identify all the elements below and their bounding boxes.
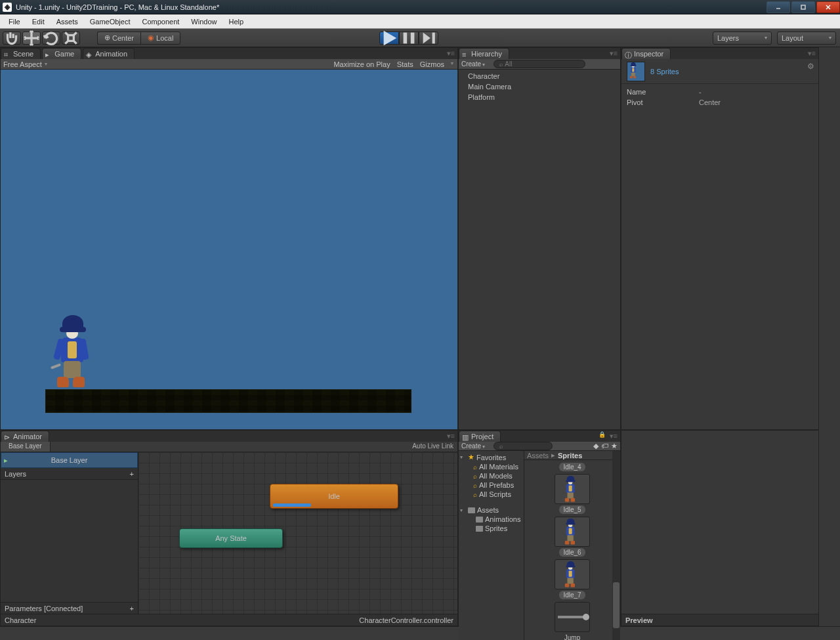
hierarchy-create-dropdown[interactable]: Create [461, 60, 485, 68]
asset-item[interactable]: Idle_7 [555, 559, 590, 599]
maximize-button[interactable] [791, 1, 815, 13]
pivot-local-toggle[interactable]: ◉Local [140, 32, 180, 45]
animator-footer-controller: CharacterController.controller [359, 616, 453, 624]
tree-item[interactable]: ⌕All Materials [459, 462, 524, 471]
layers-dropdown[interactable]: Layers [713, 32, 772, 45]
svg-rect-7 [432, 32, 435, 43]
menu-help[interactable]: Help [222, 16, 249, 28]
folder-icon [468, 507, 475, 513]
animator-graph[interactable]: Idle Any State [138, 452, 457, 614]
add-layer-button[interactable]: + [130, 470, 134, 478]
filter-label-icon[interactable]: 🏷 [601, 442, 608, 450]
svg-rect-6 [411, 32, 415, 43]
tree-item[interactable]: Sprites [459, 524, 524, 533]
asset-item[interactable]: Idle_5 [555, 474, 590, 514]
scene-icon: ⌗ [4, 51, 10, 57]
minimize-button[interactable] [766, 1, 790, 13]
hierarchy-item[interactable]: Platform [459, 92, 620, 102]
tree-assets[interactable]: ▾Assets [459, 505, 524, 515]
save-search-icon[interactable]: ★ [611, 442, 618, 450]
hierarchy-list[interactable]: Character Main Camera Platform [459, 70, 620, 429]
add-parameter-button[interactable]: + [130, 605, 134, 612]
aspect-dropdown[interactable]: Free Aspect [3, 60, 42, 68]
animation-icon: ◈ [86, 51, 93, 57]
panel-menu-icon[interactable]: ▾≡ [610, 432, 618, 440]
asset-item[interactable]: Jump [555, 602, 590, 640]
hierarchy-item[interactable]: Character [459, 71, 620, 81]
breadcrumb-item[interactable]: Sprites [558, 452, 582, 459]
preview-label: Preview [625, 616, 653, 624]
state-node-idle[interactable]: Idle [270, 484, 398, 509]
scale-tool-button[interactable] [62, 32, 80, 45]
tab-inspector[interactable]: ⓘInspector [621, 48, 671, 59]
search-icon: ⌕ [473, 473, 477, 480]
hand-tool-button[interactable] [3, 32, 21, 45]
play-button[interactable] [379, 32, 399, 45]
filter-type-icon[interactable]: ◆ [593, 442, 598, 450]
menu-assets[interactable]: Assets [51, 16, 84, 28]
maximize-on-play-toggle[interactable]: Maximize on Play [333, 60, 390, 68]
panel-menu-icon[interactable]: ▾≡ [610, 49, 618, 58]
menu-component[interactable]: Component [136, 16, 185, 28]
panel-menu-icon[interactable]: ▾≡ [447, 432, 455, 440]
hierarchy-search-input[interactable] [494, 60, 585, 68]
tree-item[interactable]: ⌕All Prefabs [459, 480, 524, 490]
menu-edit[interactable]: Edit [26, 16, 51, 28]
animator-layer-tab[interactable]: Base Layer [1, 442, 51, 452]
hierarchy-item[interactable]: Main Camera [459, 81, 620, 92]
gear-icon[interactable]: ⚙ [807, 62, 814, 71]
project-asset-grid[interactable]: Idle_4 Idle_5 Idle_6 Idle_7 Jump Platfor… [524, 460, 620, 640]
menu-gameobject[interactable]: GameObject [84, 16, 136, 28]
layer-entry[interactable]: ▸Base Layer [1, 452, 138, 468]
project-tree[interactable]: ▾★Favorites ⌕All Materials ⌕All Models ⌕… [459, 451, 524, 640]
rotate-tool-button[interactable] [42, 32, 60, 45]
menu-window[interactable]: Window [185, 16, 222, 28]
project-create-dropdown[interactable]: Create [461, 442, 485, 450]
auto-live-link-toggle[interactable]: Auto Live Link [408, 442, 457, 452]
tree-favorites[interactable]: ▾★Favorites [459, 452, 524, 462]
tree-item[interactable]: Animations [459, 515, 524, 524]
search-icon: ⌕ [499, 61, 503, 68]
selection-title: 8 Sprites [650, 68, 679, 75]
preview-panel: Preview [621, 430, 819, 626]
project-icon: ▥ [462, 433, 469, 440]
move-tool-button[interactable] [22, 32, 41, 45]
center-icon: ⊕ [104, 33, 110, 42]
search-icon: ⌕ [499, 443, 503, 450]
tab-animator[interactable]: ⊳Animator [1, 431, 49, 442]
state-progress-bar [273, 503, 311, 507]
lock-icon[interactable]: 🔒 [598, 431, 606, 438]
selection-thumbnail [627, 62, 645, 81]
hierarchy-icon: ≡ [462, 51, 469, 57]
asset-item[interactable]: Idle_4 [559, 463, 585, 471]
scrollbar[interactable] [612, 451, 620, 640]
breadcrumb-item[interactable]: Assets [527, 452, 549, 459]
menu-file[interactable]: File [3, 16, 26, 28]
game-icon: ▸ [45, 51, 52, 57]
tab-game[interactable]: ▸Game [42, 48, 81, 59]
game-viewport[interactable] [1, 70, 457, 429]
layout-dropdown[interactable]: Layout [777, 32, 836, 45]
svg-rect-5 [404, 32, 408, 43]
pivot-center-toggle[interactable]: ⊕Center [97, 32, 140, 45]
panel-menu-icon[interactable]: ▾≡ [808, 49, 816, 58]
tab-hierarchy[interactable]: ≡Hierarchy [459, 48, 509, 59]
tree-item[interactable]: ⌕All Scripts [459, 490, 524, 499]
state-node-any[interactable]: Any State [179, 528, 283, 548]
asset-item[interactable]: Idle_6 [555, 517, 590, 557]
stats-toggle[interactable]: Stats [397, 60, 413, 68]
pause-button[interactable] [399, 32, 419, 45]
tree-item[interactable]: ⌕All Models [459, 471, 524, 480]
panel-menu-icon[interactable]: ▾≡ [447, 49, 455, 58]
close-button[interactable] [816, 1, 840, 13]
tab-scene[interactable]: ⌗Scene [1, 48, 41, 59]
tab-project[interactable]: ▥Project [459, 431, 501, 442]
main-menu-bar: File Edit Assets GameObject Component Wi… [0, 14, 840, 29]
gizmos-dropdown[interactable]: Gizmos [420, 60, 444, 68]
status-bar [0, 626, 840, 640]
svg-rect-1 [801, 5, 805, 9]
layers-label: Layers [5, 470, 26, 478]
step-button[interactable] [419, 32, 438, 45]
tab-animation[interactable]: ◈Animation [83, 48, 135, 59]
search-icon: ⌕ [473, 491, 477, 498]
